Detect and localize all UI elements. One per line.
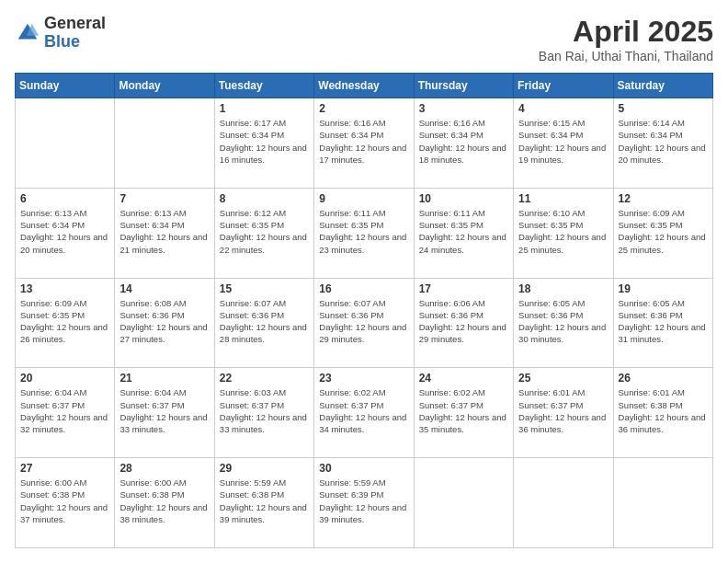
- day-number: 6: [20, 192, 109, 205]
- day-number: 12: [619, 192, 708, 205]
- weekday-header-saturday: Saturday: [613, 74, 712, 98]
- day-number: 13: [20, 282, 109, 295]
- weekday-header-monday: Monday: [115, 74, 214, 98]
- calendar-cell: 21Sunrise: 6:04 AM Sunset: 6:37 PM Dayli…: [115, 368, 214, 458]
- week-row-1: 1Sunrise: 6:17 AM Sunset: 6:34 PM Daylig…: [16, 98, 713, 189]
- day-info: Sunrise: 6:05 AM Sunset: 6:36 PM Dayligh…: [619, 297, 708, 346]
- weekday-header-wednesday: Wednesday: [314, 74, 414, 98]
- calendar-cell: 11Sunrise: 6:10 AM Sunset: 6:35 PM Dayli…: [514, 188, 613, 278]
- calendar-cell: 8Sunrise: 6:12 AM Sunset: 6:35 PM Daylig…: [214, 188, 313, 278]
- day-info: Sunrise: 6:12 AM Sunset: 6:35 PM Dayligh…: [220, 207, 309, 256]
- calendar-cell: [16, 98, 115, 189]
- day-number: 4: [518, 102, 608, 115]
- calendar-cell: 25Sunrise: 6:01 AM Sunset: 6:37 PM Dayli…: [514, 368, 613, 458]
- day-number: 15: [220, 282, 309, 295]
- main-title: April 2025: [539, 15, 713, 49]
- logo-blue: Blue: [44, 33, 106, 52]
- day-info: Sunrise: 6:08 AM Sunset: 6:36 PM Dayligh…: [119, 297, 209, 346]
- day-number: 11: [518, 192, 608, 205]
- logo-general: General: [44, 15, 106, 33]
- day-info: Sunrise: 6:06 AM Sunset: 6:36 PM Dayligh…: [419, 297, 508, 346]
- calendar-cell: 10Sunrise: 6:11 AM Sunset: 6:35 PM Dayli…: [414, 188, 513, 278]
- page: General Blue April 2025 Ban Rai, Uthai T…: [0, 0, 728, 563]
- logo: General Blue: [15, 15, 106, 52]
- day-number: 24: [419, 372, 508, 385]
- day-number: 1: [220, 102, 309, 115]
- calendar-cell: 7Sunrise: 6:13 AM Sunset: 6:34 PM Daylig…: [115, 188, 214, 278]
- day-number: 29: [220, 462, 309, 475]
- weekday-header-row: SundayMondayTuesdayWednesdayThursdayFrid…: [16, 74, 713, 98]
- day-info: Sunrise: 6:07 AM Sunset: 6:36 PM Dayligh…: [319, 297, 408, 346]
- day-number: 7: [119, 192, 209, 205]
- day-number: 30: [319, 462, 408, 475]
- day-info: Sunrise: 6:01 AM Sunset: 6:37 PM Dayligh…: [518, 386, 608, 435]
- day-info: Sunrise: 6:02 AM Sunset: 6:37 PM Dayligh…: [319, 386, 408, 435]
- day-number: 10: [419, 192, 508, 205]
- calendar-cell: 14Sunrise: 6:08 AM Sunset: 6:36 PM Dayli…: [115, 278, 214, 368]
- day-number: 19: [619, 282, 708, 295]
- day-info: Sunrise: 6:04 AM Sunset: 6:37 PM Dayligh…: [20, 386, 109, 435]
- day-info: Sunrise: 6:01 AM Sunset: 6:38 PM Dayligh…: [619, 386, 708, 435]
- day-number: 8: [220, 192, 309, 205]
- day-info: Sunrise: 6:10 AM Sunset: 6:35 PM Dayligh…: [518, 207, 608, 256]
- day-number: 27: [20, 462, 109, 475]
- calendar-cell: 17Sunrise: 6:06 AM Sunset: 6:36 PM Dayli…: [414, 278, 513, 368]
- calendar-cell: 30Sunrise: 5:59 AM Sunset: 6:39 PM Dayli…: [314, 458, 414, 548]
- day-info: Sunrise: 6:13 AM Sunset: 6:34 PM Dayligh…: [20, 207, 109, 256]
- calendar-cell: 5Sunrise: 6:14 AM Sunset: 6:34 PM Daylig…: [613, 98, 712, 189]
- calendar-cell: 22Sunrise: 6:03 AM Sunset: 6:37 PM Dayli…: [214, 368, 313, 458]
- day-info: Sunrise: 6:11 AM Sunset: 6:35 PM Dayligh…: [419, 207, 508, 256]
- weekday-header-tuesday: Tuesday: [214, 74, 313, 98]
- subtitle: Ban Rai, Uthai Thani, Thailand: [539, 49, 713, 63]
- logo-icon: [15, 20, 40, 46]
- calendar-cell: 1Sunrise: 6:17 AM Sunset: 6:34 PM Daylig…: [214, 98, 313, 189]
- day-info: Sunrise: 6:13 AM Sunset: 6:34 PM Dayligh…: [119, 207, 209, 256]
- day-info: Sunrise: 6:16 AM Sunset: 6:34 PM Dayligh…: [319, 117, 408, 166]
- calendar-cell: 27Sunrise: 6:00 AM Sunset: 6:38 PM Dayli…: [16, 458, 115, 548]
- calendar-cell: 19Sunrise: 6:05 AM Sunset: 6:36 PM Dayli…: [613, 278, 712, 368]
- calendar-cell: 28Sunrise: 6:00 AM Sunset: 6:38 PM Dayli…: [115, 458, 214, 548]
- day-number: 16: [319, 282, 408, 295]
- weekday-header-thursday: Thursday: [414, 74, 513, 98]
- header: General Blue April 2025 Ban Rai, Uthai T…: [15, 15, 713, 63]
- week-row-4: 20Sunrise: 6:04 AM Sunset: 6:37 PM Dayli…: [16, 368, 713, 458]
- day-info: Sunrise: 5:59 AM Sunset: 6:38 PM Dayligh…: [220, 477, 309, 525]
- day-info: Sunrise: 6:14 AM Sunset: 6:34 PM Dayligh…: [619, 117, 708, 166]
- day-info: Sunrise: 5:59 AM Sunset: 6:39 PM Dayligh…: [319, 477, 408, 525]
- day-number: 20: [20, 372, 109, 385]
- day-info: Sunrise: 6:00 AM Sunset: 6:38 PM Dayligh…: [20, 477, 109, 525]
- calendar-cell: 18Sunrise: 6:05 AM Sunset: 6:36 PM Dayli…: [514, 278, 613, 368]
- day-number: 18: [518, 282, 608, 295]
- day-info: Sunrise: 6:09 AM Sunset: 6:35 PM Dayligh…: [619, 207, 708, 256]
- day-number: 22: [220, 372, 309, 385]
- weekday-header-friday: Friday: [514, 74, 613, 98]
- day-info: Sunrise: 6:04 AM Sunset: 6:37 PM Dayligh…: [119, 386, 209, 435]
- day-number: 5: [619, 102, 708, 115]
- day-info: Sunrise: 6:17 AM Sunset: 6:34 PM Dayligh…: [220, 117, 309, 166]
- calendar-cell: 16Sunrise: 6:07 AM Sunset: 6:36 PM Dayli…: [314, 278, 414, 368]
- title-section: April 2025 Ban Rai, Uthai Thani, Thailan…: [539, 15, 713, 63]
- day-info: Sunrise: 6:00 AM Sunset: 6:38 PM Dayligh…: [119, 477, 209, 525]
- day-info: Sunrise: 6:05 AM Sunset: 6:36 PM Dayligh…: [518, 297, 608, 346]
- calendar-cell: 15Sunrise: 6:07 AM Sunset: 6:36 PM Dayli…: [214, 278, 313, 368]
- calendar-cell: 13Sunrise: 6:09 AM Sunset: 6:35 PM Dayli…: [16, 278, 115, 368]
- weekday-header-sunday: Sunday: [16, 74, 115, 98]
- calendar-cell: [514, 458, 613, 548]
- day-number: 28: [119, 462, 209, 475]
- calendar-cell: [414, 458, 513, 548]
- logo-text: General Blue: [44, 15, 106, 52]
- day-info: Sunrise: 6:15 AM Sunset: 6:34 PM Dayligh…: [518, 117, 608, 166]
- day-number: 2: [319, 102, 408, 115]
- week-row-2: 6Sunrise: 6:13 AM Sunset: 6:34 PM Daylig…: [16, 188, 713, 278]
- calendar-cell: 2Sunrise: 6:16 AM Sunset: 6:34 PM Daylig…: [314, 98, 414, 189]
- week-row-5: 27Sunrise: 6:00 AM Sunset: 6:38 PM Dayli…: [16, 458, 713, 548]
- calendar-cell: 12Sunrise: 6:09 AM Sunset: 6:35 PM Dayli…: [613, 188, 712, 278]
- calendar-cell: 3Sunrise: 6:16 AM Sunset: 6:34 PM Daylig…: [414, 98, 513, 189]
- calendar-cell: 9Sunrise: 6:11 AM Sunset: 6:35 PM Daylig…: [314, 188, 414, 278]
- day-number: 14: [119, 282, 209, 295]
- day-number: 23: [319, 372, 408, 385]
- day-info: Sunrise: 6:09 AM Sunset: 6:35 PM Dayligh…: [20, 297, 109, 346]
- calendar-cell: 29Sunrise: 5:59 AM Sunset: 6:38 PM Dayli…: [214, 458, 313, 548]
- calendar: SundayMondayTuesdayWednesdayThursdayFrid…: [15, 73, 713, 548]
- day-info: Sunrise: 6:11 AM Sunset: 6:35 PM Dayligh…: [319, 207, 408, 256]
